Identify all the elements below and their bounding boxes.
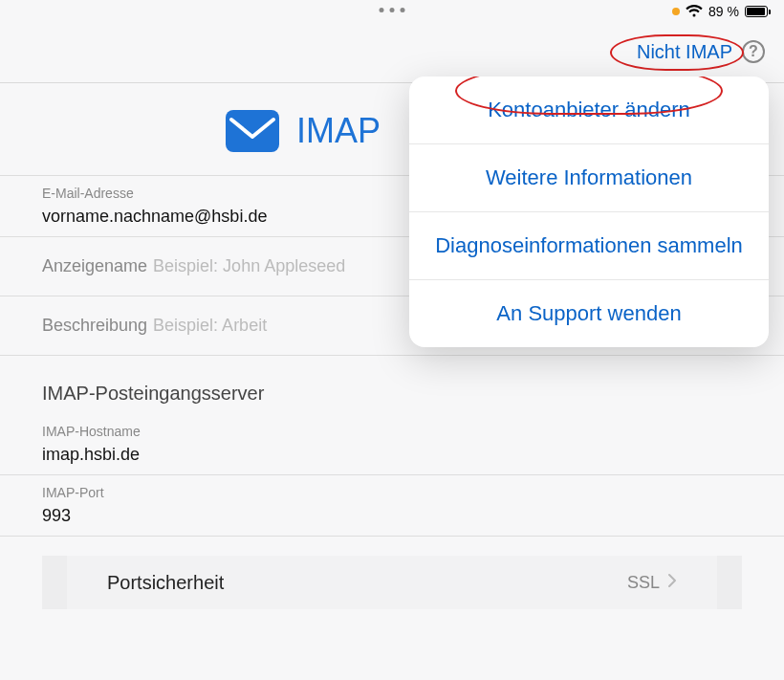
description-label: Beschreibung bbox=[42, 316, 147, 336]
mail-icon bbox=[226, 110, 279, 152]
help-button[interactable]: ? bbox=[742, 40, 765, 63]
reorder-handle-left[interactable] bbox=[42, 556, 67, 609]
popover-item-label: Weitere Informationen bbox=[486, 165, 692, 189]
imap-port-field[interactable]: IMAP-Port 993 bbox=[0, 475, 784, 537]
port-security-row[interactable]: Portsicherheit SSL bbox=[67, 556, 717, 609]
imap-host-label: IMAP-Hostname bbox=[42, 424, 784, 439]
incoming-section-title: IMAP-Posteingangsserver bbox=[0, 356, 784, 414]
battery-text: 89 % bbox=[708, 4, 739, 19]
popover-item-label: Kontoanbieter ändern bbox=[488, 98, 690, 121]
popover-menu: Kontoanbieter ändern Weitere Information… bbox=[409, 77, 769, 347]
port-security-value: SSL bbox=[627, 573, 660, 593]
reorder-handle-right[interactable] bbox=[717, 556, 742, 609]
popover-item-label: An Support wenden bbox=[496, 301, 681, 325]
not-imap-link[interactable]: Nicht IMAP bbox=[637, 41, 732, 63]
imap-host-value: imap.hsbi.de bbox=[42, 445, 784, 465]
svg-rect-0 bbox=[226, 110, 279, 152]
description-placeholder: Beispiel: Arbeit bbox=[153, 316, 267, 336]
displayname-placeholder: Beispiel: John Appleseed bbox=[153, 256, 345, 276]
popover-item-support[interactable]: An Support wenden bbox=[409, 280, 769, 347]
imap-port-label: IMAP-Port bbox=[42, 485, 784, 500]
port-security-label: Portsicherheit bbox=[107, 572, 224, 594]
imap-port-value: 993 bbox=[42, 506, 784, 526]
status-bar: 89 % bbox=[0, 0, 784, 23]
popover-item-more-info[interactable]: Weitere Informationen bbox=[409, 144, 769, 212]
popover-item-label: Diagnoseinformationen sammeln bbox=[435, 233, 743, 257]
displayname-label: Anzeigename bbox=[42, 256, 147, 276]
imap-host-field[interactable]: IMAP-Hostname imap.hsbi.de bbox=[0, 414, 784, 475]
chevron-right-icon bbox=[667, 573, 677, 592]
help-icon: ? bbox=[749, 43, 758, 60]
recording-indicator-icon bbox=[672, 8, 680, 15]
page-title: IMAP bbox=[296, 111, 381, 151]
popover-item-diagnostics[interactable]: Diagnoseinformationen sammeln bbox=[409, 212, 769, 280]
battery-icon bbox=[745, 6, 771, 17]
popover-item-change-provider[interactable]: Kontoanbieter ändern bbox=[409, 77, 769, 144]
nav-bar: Nicht IMAP ? bbox=[0, 23, 784, 80]
grab-dots bbox=[380, 8, 405, 12]
wifi-icon bbox=[686, 5, 703, 18]
